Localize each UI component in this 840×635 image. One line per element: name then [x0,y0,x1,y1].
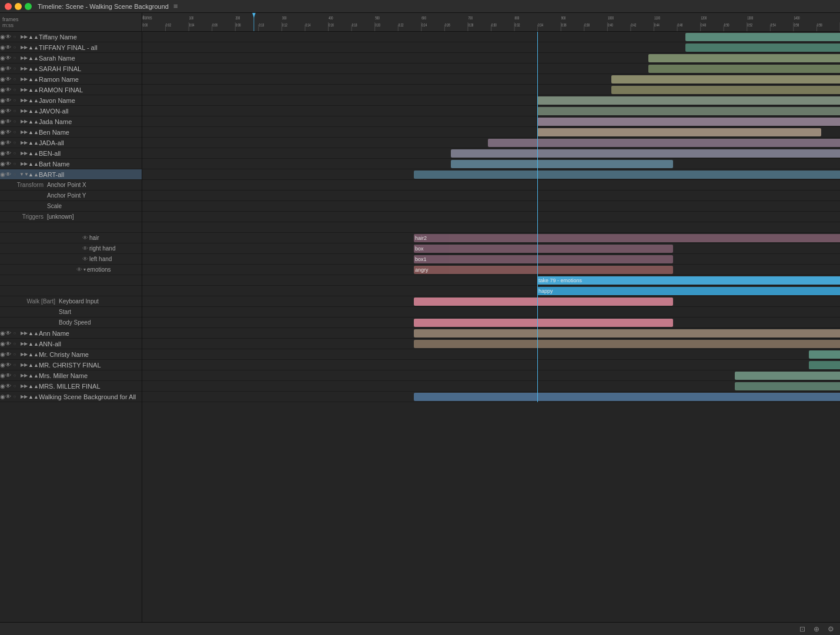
track-row-tiffany-name[interactable]: 👁 ○ ▶ ▲ Tiffany Name [0,32,142,42]
record-icon[interactable]: ○ [11,393,19,401]
track-row-jada-all[interactable]: 👁 ○ ▶ ▲ JADA-all [0,138,142,148]
visibility-icon[interactable]: 👁 [1,361,9,369]
clip[interactable]: hair2 [414,234,840,242]
track-row-ramon-final[interactable]: 👁 ○ ▶ ▲ RAMON FINAL [0,85,142,95]
record-icon[interactable]: ○ [11,372,19,380]
visibility-icon[interactable]: 👁 [1,171,9,179]
record-icon[interactable]: ○ [11,171,19,179]
track-row-tiffany-final[interactable]: 👁 ○ ▶ ▲ TIFFANY FINAL - all [0,42,142,53]
expand-icon[interactable]: ▶ [20,149,28,158]
clip[interactable] [648,65,840,73]
visibility-icon[interactable]: 👁 [1,160,9,168]
record-icon[interactable]: ○ [11,382,19,390]
track-row-ramon-name[interactable]: 👁 ○ ▶ ▲ Ramon Name [0,74,142,85]
subtrack-row[interactable]: 👁 right hand [0,243,142,254]
visibility-icon[interactable]: 👁 [1,44,9,52]
visibility-icon[interactable]: 👁 [1,86,9,94]
track-row-javon-name[interactable]: 👁 ○ ▶ ▲ Javon Name [0,95,142,106]
clip[interactable] [685,44,840,52]
expand-icon[interactable]: ▶ [20,350,28,359]
clip[interactable]: box [414,245,673,253]
subtrack-row[interactable]: 👁▾ emotions [0,265,142,275]
expand-icon[interactable]: ▶ [20,382,28,390]
record-icon[interactable]: ○ [11,329,19,337]
clip[interactable] [451,160,673,168]
visibility-icon[interactable]: 👁 [1,118,9,126]
record-icon[interactable]: ○ [11,107,19,115]
clip[interactable]: angry [414,266,673,274]
record-icon[interactable]: ○ [11,160,19,168]
record-icon[interactable]: ○ [11,118,19,126]
record-icon[interactable]: ○ [11,139,19,147]
track-row-mr-christy-name[interactable]: 👁 ○ ▶ ▲ Mr. Christy Name [0,349,142,360]
clip[interactable] [537,128,821,136]
record-icon[interactable]: ○ [11,44,19,52]
record-icon[interactable]: ○ [11,96,19,105]
expand-icon[interactable]: ▶ [20,128,28,136]
subtrack-row[interactable] [0,275,142,286]
visibility-icon[interactable]: 👁 [1,340,9,348]
expand-icon[interactable]: ▶ [20,86,28,94]
clip[interactable] [537,118,840,126]
visibility-icon[interactable]: 👁 [1,382,9,390]
record-icon[interactable]: ○ [11,75,19,83]
clip[interactable] [451,149,840,158]
record-icon[interactable]: ○ [11,86,19,94]
expand-icon[interactable]: ▶ [20,139,28,147]
expand-icon[interactable]: ▶ [20,372,28,380]
expand-icon[interactable]: ▶ [20,96,28,105]
expand-icon[interactable]: ▶ [20,160,28,168]
record-icon[interactable]: ○ [11,340,19,348]
clip[interactable] [685,33,840,41]
clip[interactable] [414,171,840,179]
clip[interactable] [735,372,840,380]
track-row-mrs-miller-name[interactable]: 👁 ○ ▶ ▲ Mrs. Miller Name [0,370,142,381]
expand-icon[interactable]: ▶ [20,65,28,73]
visibility-icon[interactable]: 👁 [1,149,9,158]
clip[interactable] [611,86,840,94]
visibility-icon[interactable]: 👁 [1,139,9,147]
clip[interactable] [611,75,840,83]
track-row-jada-name[interactable]: 👁 ○ ▶ ▲ Jada Name [0,116,142,127]
clip[interactable] [414,329,840,337]
clip[interactable] [414,393,840,401]
track-row-bart-name[interactable]: 👁 ○ ▶ ▲ Bart Name [0,159,142,169]
visibility-icon[interactable]: 👁 [1,75,9,83]
clip[interactable] [537,107,840,115]
track-row-walking-bg[interactable]: 👁 ○ ▶ ▲ Walking Scene Background for All [0,392,142,402]
clip[interactable]: take 79 - emotions [537,276,840,285]
track-row-ann-all[interactable]: 👁 ○ ▶ ▲ ANN-all [0,339,142,349]
visibility-icon[interactable]: 👁 [1,96,9,105]
subtrack-row[interactable]: 👁 left hand [0,254,142,265]
clip[interactable]: happy [537,287,840,295]
record-icon[interactable]: ○ [11,149,19,158]
track-row-ben-all[interactable]: 👁 ○ ▶ ▲ BEN-all [0,148,142,159]
expand-icon[interactable]: ▼ [20,171,28,179]
minimize-button[interactable] [15,3,22,10]
record-icon[interactable]: ○ [11,65,19,73]
track-row-javon-all[interactable]: 👁 ○ ▶ ▲ JAVON-all [0,106,142,116]
expand-icon[interactable]: ▶ [20,329,28,337]
clip[interactable] [414,298,673,306]
subtrack-row[interactable] [0,286,142,296]
expand-icon[interactable]: ▶ [20,393,28,401]
expand-icon[interactable]: ▶ [20,33,28,41]
expand-icon[interactable]: ▶ [20,44,28,52]
clip[interactable] [488,139,840,147]
track-row-mrs-miller-final[interactable]: 👁 ○ ▶ ▲ MRS. MILLER FINAL [0,381,142,392]
track-row-bart-all[interactable]: 👁 ○ ▼ ▲ BART-all [0,169,142,180]
expand-icon[interactable]: ▶ [20,75,28,83]
record-icon[interactable]: ○ [11,350,19,359]
track-row-sarah-final[interactable]: 👁 ○ ▶ ▲ SARAH FINAL [0,63,142,74]
expand-icon[interactable]: ▶ [20,118,28,126]
visibility-icon[interactable]: 👁 [1,393,9,401]
visibility-icon[interactable]: 👁 [1,65,9,73]
expand-icon[interactable]: ▶ [20,361,28,369]
expand-icon[interactable]: ▶ [20,54,28,62]
visibility-icon[interactable]: 👁 [1,54,9,62]
visibility-icon[interactable]: 👁 [1,372,9,380]
clip[interactable]: box1 [414,255,673,263]
track-row-sarah-name[interactable]: 👁 ○ ▶ ▲ Sarah Name [0,53,142,63]
record-icon[interactable]: ○ [11,361,19,369]
clip[interactable] [537,96,840,105]
